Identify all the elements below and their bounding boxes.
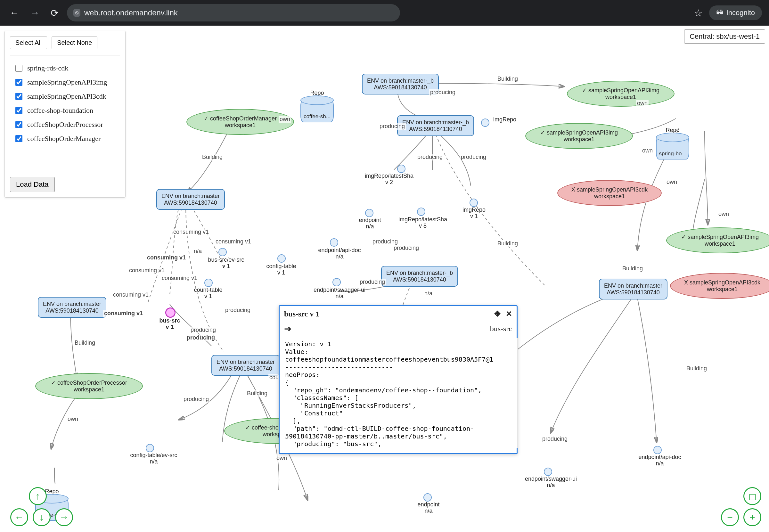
popup-back-icon[interactable]: ➔ [284,323,291,334]
endpoint-node[interactable] [417,208,425,216]
endpoint-label: endpoint/api-docn/a [311,247,368,260]
repo-cylinder[interactable]: Repocoffee-sh... [300,99,334,122]
endpoint-node[interactable] [470,199,478,207]
incognito-icon: 🕶 [716,9,723,17]
site-info-icon[interactable]: ⎋ [73,9,80,17]
nav-reload-button[interactable]: ⟳ [48,6,61,20]
edge-label: producing [429,89,456,96]
popup-title: bus-src v 1 [284,310,319,318]
repo-name: coffee-sh... [301,113,333,120]
workspace-oval[interactable]: ✓ coffeeShopOrderProcessorworkspace1 [35,373,143,399]
env-node[interactable]: ENV on branch:master AWS:590184130740 [599,279,667,299]
popup-close-icon[interactable]: ✕ [506,309,512,318]
env-node[interactable]: ENV on branch:master-_b AWS:590184130740 [381,266,458,287]
env-node[interactable]: ENV on branch:master-_b AWS:590184130740 [362,74,439,94]
oval-label: X sampleSpringOpenAPI3cdkworkspace1 [684,279,760,292]
nav-back-button[interactable]: ← [7,6,22,20]
nav-forward-button[interactable]: → [28,6,42,20]
env-node[interactable]: ENV on branch:master AWS:590184130740 [211,355,280,376]
pan-down-button[interactable]: ↓ [33,508,51,526]
edge-label: consuming v1 [146,254,187,261]
incognito-label: Incognito [726,9,755,17]
oval-label: ✓ coffeeShopOrderProcessorworkspace1 [51,380,127,393]
edge-label: consuming v1 [215,238,252,245]
edge-label: own [279,116,291,123]
popup-body[interactable] [283,338,518,448]
zoom-out-button[interactable]: − [721,508,739,526]
env-node-aws: AWS:590184130740 [367,84,434,91]
endpoint-label: endpoint/swagger-uin/a [519,476,583,489]
workspace-oval[interactable]: ✓ sampleSpringOpenAPI3imgworkspace1 [666,227,769,253]
edge-label: producing [372,238,399,245]
repo-cylinder[interactable]: Repospring-bo... [656,136,689,160]
endpoint-node[interactable] [423,493,432,502]
edge-label: own [636,100,649,107]
env-node-title: ENV on branch:master-_b [402,119,469,126]
workspace-oval[interactable]: ✓ sampleSpringOpenAPI3imgworkspace1 [567,81,675,107]
oval-label: ✓ sampleSpringOpenAPI3imgworkspace1 [582,87,659,100]
env-node-aws: AWS:590184130740 [161,200,220,206]
edge-label: n/a [193,248,203,255]
endpoint-label: config-table/ev-srcn/a [122,452,186,465]
workspace-oval[interactable]: ✓ sampleSpringOpenAPI3imgworkspace1 [525,123,633,149]
edge-label: consuming v1 [128,267,166,274]
oval-label: X sampleSpringOpenAPI3cdkworkspace1 [571,186,648,200]
endpoint-label: count-tablev 1 [186,287,231,300]
endpoint-node[interactable] [481,119,489,127]
edge-label: producing [183,396,210,403]
endpoint-node[interactable] [204,279,213,287]
edge-label: Building [496,240,519,247]
zoom-in-button[interactable]: + [743,508,761,526]
env-node[interactable]: ENV on branch:master-_b AWS:590184130740 [397,115,474,136]
edge-label: producing [379,123,406,130]
env-node-aws: AWS:590184130740 [604,289,662,296]
pan-up-button[interactable]: ↑ [29,487,47,505]
bookmark-star-icon[interactable]: ☆ [694,7,703,19]
edge-label: producing [541,436,569,442]
popup-move-icon[interactable]: ✥ [494,309,501,318]
endpoint-node[interactable] [365,209,373,217]
endpoint-node[interactable] [397,165,405,173]
edge-label: producing [393,245,420,251]
endpoint-label: imgRepo/latestShav 2 [357,173,421,186]
zoom-fit-button[interactable]: ◻ [743,487,761,505]
endpoint-label: bus-src/ev-srcv 1 [200,257,252,270]
endpoint-node[interactable] [544,468,552,476]
endpoint-node[interactable] [330,238,338,247]
node-detail-popup[interactable]: bus-src v 1 ✥ ✕ ➔ bus-src [279,305,518,454]
edge-label: own [641,147,654,154]
edge-label: own [275,455,288,462]
endpoint-node[interactable] [218,248,227,256]
env-node-title: ENV on branch:master-_b [386,270,453,276]
edge-label: producing [416,154,444,160]
pan-right-button[interactable]: → [55,508,73,526]
pan-left-button[interactable]: ← [10,508,28,526]
env-node-aws: AWS:590184130740 [217,365,275,372]
page-canvas: Central: sbx/us-west-1 Select All Select… [0,26,769,532]
edge-label: Building [246,390,268,397]
incognito-badge[interactable]: 🕶 Incognito [709,5,762,20]
edge-label: Building [685,365,708,372]
endpoint-label: imgRepov 1 [455,207,493,220]
workspace-oval-failed[interactable]: X sampleSpringOpenAPI3cdkworkspace1 [557,180,662,206]
endpoint-node-selected[interactable] [165,307,176,318]
repo-name: spring-bo... [657,151,689,157]
edge-label: producing [190,327,217,333]
workspace-oval[interactable]: ✓ coffeeShopOrderManagerworkspace1 [186,109,294,135]
env-node[interactable]: ENV on branch:master AWS:590184130740 [38,297,106,318]
edge-label: own [666,179,678,185]
workspace-oval-failed[interactable]: X sampleSpringOpenAPI3cdkworkspace1 [670,273,769,299]
endpoint-label: imgRepo/latestShav 8 [391,217,455,229]
edge-label: producing [460,154,487,160]
endpoint-node[interactable] [332,278,341,286]
endpoint-node[interactable] [277,254,286,263]
endpoint-node[interactable] [653,446,662,454]
endpoint-node[interactable] [146,444,154,452]
env-node-aws: AWS:590184130740 [43,307,101,314]
env-node-aws: AWS:590184130740 [386,276,453,283]
edge-label: own [717,211,730,217]
url-bar[interactable]: ⎋ web.root.ondemandenv.link [67,4,400,21]
env-node-title: ENV on branch:master-_b [367,78,434,84]
endpoint-label: bus-srcv 1 [154,318,186,331]
env-node[interactable]: ENV on branch:master AWS:590184130740 [156,189,225,210]
